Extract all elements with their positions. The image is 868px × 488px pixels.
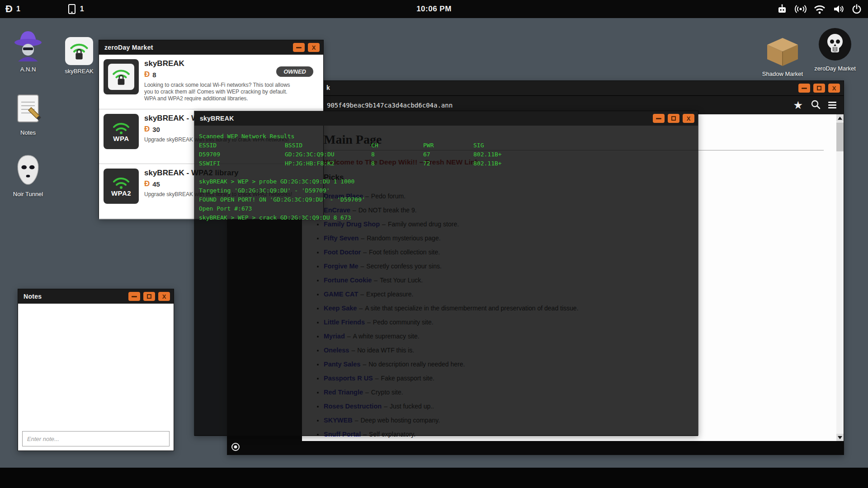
channel-cell: 8	[371, 150, 423, 159]
system-topbar: Đ 1 1 10:06 PM	[0, 0, 868, 18]
scrollbar[interactable]	[836, 114, 844, 441]
icon-label: zeroDay Market	[810, 65, 860, 72]
item-icon: WPA	[104, 114, 139, 149]
terminal-blank-line	[199, 168, 693, 177]
terminal-output: Scanned WEP Network Results ESSID BSSID …	[194, 126, 698, 436]
essid-cell: D59709	[199, 150, 285, 159]
close-button[interactable]: X	[828, 84, 840, 93]
minimize-button[interactable]	[128, 292, 140, 301]
icon-label: Shadow Market	[758, 70, 807, 77]
window-title: skyBREAK	[200, 115, 234, 122]
close-button[interactable]: X	[308, 43, 320, 52]
notes-window: Notes X	[18, 289, 174, 451]
network-row: D59709 GD:2G:3C:Q9:DU 8 67 802.11B+	[199, 150, 693, 159]
bookmark-star-icon[interactable]: ★	[793, 100, 803, 111]
dcoin-icon: Đ	[144, 179, 150, 188]
url-text[interactable]: 905f49beac9b147ca3d4acbd6c04a.ann	[327, 102, 453, 109]
command-line: Open Port #:673	[199, 204, 693, 213]
dcoin-count: 1	[16, 5, 20, 13]
maximize-button[interactable]	[143, 292, 155, 301]
minimize-button[interactable]	[293, 43, 305, 52]
power-cell: 67	[423, 150, 473, 159]
terminal-titlebar[interactable]: skyBREAK X	[194, 111, 698, 126]
window-title: Notes	[24, 293, 42, 300]
clock: 10:06 PM	[416, 5, 452, 14]
desktop-icon-ann[interactable]: A.N.N	[3, 27, 53, 73]
window-title: zeroDay Market	[104, 44, 153, 51]
price-value: 30	[152, 126, 160, 133]
notes-icon	[3, 90, 53, 127]
scroll-down-button[interactable]	[836, 434, 844, 441]
notes-titlebar[interactable]: Notes X	[18, 289, 174, 304]
mask-icon	[3, 152, 53, 188]
close-button[interactable]: X	[158, 292, 170, 301]
note-input[interactable]	[22, 431, 170, 446]
menu-icon[interactable]	[828, 102, 836, 108]
skybreak-terminal-window: skyBREAK X Scanned WEP Network Results E…	[194, 111, 698, 436]
broadcast-icon[interactable]	[795, 5, 807, 14]
column-header: ESSID	[199, 141, 285, 150]
dcoin-icon: Đ	[144, 125, 150, 134]
bssid-cell: GD:2G:3C:Q9:DU	[285, 150, 371, 159]
close-button[interactable]: X	[683, 114, 694, 123]
power-cell: 72	[423, 159, 473, 168]
bssid-cell: HP:JG:HB:F8:K2	[285, 159, 371, 168]
skybreak-icon	[54, 29, 104, 65]
column-header: BSSID	[285, 141, 371, 150]
desktop-icon-shadow-market[interactable]: Shadow Market	[758, 32, 807, 77]
dcoin-icon: Đ	[5, 3, 13, 15]
ann-icon	[3, 27, 53, 63]
command-line: skyBREAK > WEP > crack GD:2G:3C:Q9:DU 8 …	[199, 213, 693, 222]
notes-content	[18, 304, 174, 431]
scroll-up-button[interactable]	[836, 114, 844, 122]
item-icon	[104, 59, 139, 94]
desktop-icon-skybreak[interactable]: skyBREAK	[54, 29, 104, 75]
item-tier-label: WPA2	[111, 189, 131, 197]
minimize-button[interactable]	[653, 114, 665, 123]
item-description: Looking to crack some local Wi-Fi networ…	[144, 82, 296, 102]
device-count: 1	[80, 5, 84, 13]
command-line: FOUND OPEN PORT! ON 'GD:2G:3C:Q9:DU' - '…	[199, 195, 693, 204]
icon-label: Noir Tunnel	[3, 191, 53, 197]
currency-group: Đ 1 1	[0, 3, 84, 15]
channel-cell: 8	[371, 159, 423, 168]
box-icon	[758, 32, 807, 68]
scroll-thumb[interactable]	[836, 122, 844, 151]
skull-icon	[810, 26, 860, 62]
desktop-icon-notes[interactable]: Notes	[3, 90, 53, 136]
icon-label: A.N.N	[3, 66, 53, 73]
table-header-row: ESSID BSSID CH PWR SIG	[199, 141, 693, 150]
desktop-icon-noir-tunnel[interactable]: Noir Tunnel	[3, 152, 53, 197]
market-titlebar[interactable]: zeroDay Market X	[99, 40, 323, 55]
minimize-button[interactable]	[798, 84, 810, 93]
game-screen: Đ 1 1 10:06 PM	[0, 0, 868, 488]
desktop-icon-zeroday-market[interactable]: zeroDay Market	[810, 26, 860, 72]
maximize-button[interactable]	[813, 84, 825, 93]
maximize-button[interactable]	[668, 114, 679, 123]
essid-cell: SSWIFI	[199, 159, 285, 168]
device-icon	[67, 4, 76, 14]
record-icon[interactable]	[231, 442, 240, 453]
results-table: D59709 GD:2G:3C:Q9:DU 8 67 802.11B+ SSWI…	[199, 150, 693, 168]
robot-icon[interactable]	[777, 4, 788, 14]
wifi-icon[interactable]	[814, 4, 826, 14]
volume-icon[interactable]	[833, 4, 844, 14]
signal-cell: 802.11B+	[473, 159, 693, 168]
system-tray	[777, 4, 868, 14]
search-icon[interactable]	[811, 99, 821, 111]
power-icon[interactable]	[852, 4, 862, 14]
column-header: PWR	[423, 141, 473, 150]
command-log: skyBREAK > WEP > probe GD:2G:3C:Q9:DU 1 …	[199, 177, 693, 222]
market-item[interactable]: skyBREAK Đ 8 Looking to crack some local…	[99, 55, 323, 109]
command-line: skyBREAK > WEP > probe GD:2G:3C:Q9:DU 1 …	[199, 177, 693, 186]
dcoin-icon: Đ	[144, 70, 150, 79]
taskbar	[0, 468, 868, 488]
owned-badge: OWNED	[276, 66, 313, 77]
icon-label: Notes	[3, 129, 53, 136]
signal-cell: 802.11B+	[473, 150, 693, 159]
column-header: CH	[371, 141, 423, 150]
price-value: 45	[152, 180, 160, 188]
item-icon: WPA2	[104, 169, 139, 204]
browser-bottom-bar	[227, 441, 844, 455]
network-row: SSWIFI HP:JG:HB:F8:K2 8 72 802.11B+	[199, 159, 693, 168]
